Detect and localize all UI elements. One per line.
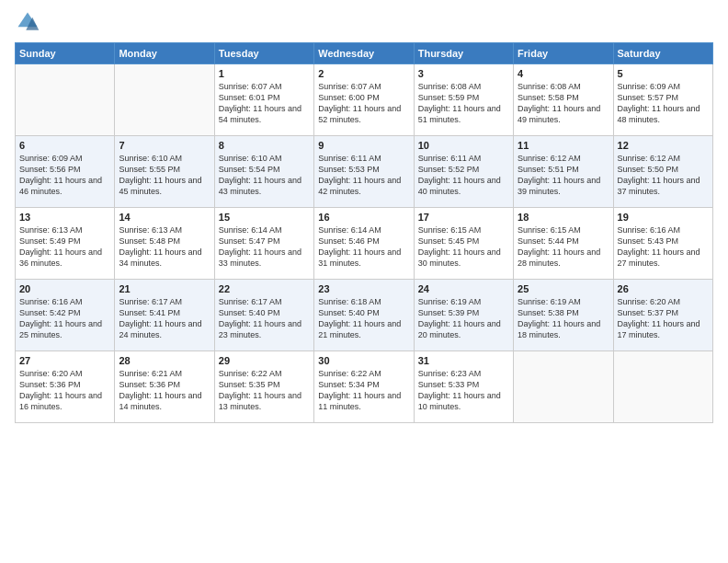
cell-22: 22Sunrise: 6:17 AMSunset: 5:40 PMDayligh…	[214, 280, 313, 351]
day-number: 7	[119, 140, 210, 151]
day-number: 13	[19, 212, 110, 223]
cell-content: Sunrise: 6:08 AMSunset: 5:59 PMDaylight:…	[418, 81, 509, 126]
cell-1: 1Sunrise: 6:07 AMSunset: 6:01 PMDaylight…	[214, 64, 313, 136]
cell-12: 12Sunrise: 6:12 AMSunset: 5:50 PMDayligh…	[613, 136, 712, 208]
cell-content: Sunrise: 6:13 AMSunset: 5:49 PMDaylight:…	[19, 224, 110, 270]
week-row-1: 1Sunrise: 6:07 AMSunset: 6:01 PMDaylight…	[16, 64, 713, 136]
day-number: 9	[318, 140, 409, 151]
cell-content: Sunrise: 6:10 AMSunset: 5:55 PMDaylight:…	[119, 153, 210, 198]
cell-5: 5Sunrise: 6:09 AMSunset: 5:57 PMDaylight…	[613, 64, 712, 136]
cell-23: 23Sunrise: 6:18 AMSunset: 5:40 PMDayligh…	[314, 280, 414, 351]
day-number: 15	[219, 212, 310, 223]
cell-content: Sunrise: 6:14 AMSunset: 5:46 PMDaylight:…	[318, 224, 409, 270]
cell-content: Sunrise: 6:17 AMSunset: 5:41 PMDaylight:…	[119, 296, 210, 341]
day-header-monday: Monday	[115, 43, 214, 64]
cell-content: Sunrise: 6:10 AMSunset: 5:54 PMDaylight:…	[219, 153, 310, 198]
cell-content: Sunrise: 6:21 AMSunset: 5:36 PMDaylight:…	[119, 368, 210, 413]
cell-10: 10Sunrise: 6:11 AMSunset: 5:52 PMDayligh…	[414, 136, 513, 208]
day-header-saturday: Saturday	[613, 43, 712, 64]
cell-empty	[514, 351, 613, 423]
cell-content: Sunrise: 6:11 AMSunset: 5:52 PMDaylight:…	[418, 153, 509, 198]
cell-content: Sunrise: 6:19 AMSunset: 5:38 PMDaylight:…	[518, 296, 609, 341]
day-header-friday: Friday	[514, 43, 613, 64]
cell-30: 30Sunrise: 6:22 AMSunset: 5:34 PMDayligh…	[314, 351, 414, 423]
week-row-5: 27Sunrise: 6:20 AMSunset: 5:36 PMDayligh…	[16, 351, 713, 423]
week-row-4: 20Sunrise: 6:16 AMSunset: 5:42 PMDayligh…	[16, 280, 713, 351]
cell-content: Sunrise: 6:19 AMSunset: 5:39 PMDaylight:…	[418, 296, 509, 341]
cell-6: 6Sunrise: 6:09 AMSunset: 5:56 PMDaylight…	[16, 136, 115, 208]
cell-20: 20Sunrise: 6:16 AMSunset: 5:42 PMDayligh…	[16, 280, 115, 351]
day-number: 10	[418, 140, 509, 151]
cell-19: 19Sunrise: 6:16 AMSunset: 5:43 PMDayligh…	[613, 208, 712, 280]
day-number: 17	[418, 212, 509, 223]
day-number: 11	[518, 140, 609, 151]
day-number: 24	[418, 283, 509, 294]
cell-4: 4Sunrise: 6:08 AMSunset: 5:58 PMDaylight…	[514, 64, 613, 136]
day-number: 25	[518, 283, 609, 294]
cell-27: 27Sunrise: 6:20 AMSunset: 5:36 PMDayligh…	[16, 351, 115, 423]
header	[15, 9, 713, 35]
cell-3: 3Sunrise: 6:08 AMSunset: 5:59 PMDaylight…	[414, 64, 513, 136]
day-number: 5	[618, 68, 709, 79]
cell-content: Sunrise: 6:16 AMSunset: 5:43 PMDaylight:…	[618, 224, 709, 270]
week-row-3: 13Sunrise: 6:13 AMSunset: 5:49 PMDayligh…	[16, 208, 713, 280]
day-number: 21	[119, 283, 210, 294]
day-number: 23	[318, 283, 409, 294]
cell-content: Sunrise: 6:12 AMSunset: 5:51 PMDaylight:…	[518, 153, 609, 198]
cell-17: 17Sunrise: 6:15 AMSunset: 5:45 PMDayligh…	[414, 208, 513, 280]
cell-content: Sunrise: 6:22 AMSunset: 5:34 PMDaylight:…	[318, 368, 409, 413]
cell-content: Sunrise: 6:13 AMSunset: 5:48 PMDaylight:…	[119, 224, 210, 270]
day-header-wednesday: Wednesday	[314, 43, 414, 64]
day-number: 12	[618, 140, 709, 151]
cell-empty	[613, 351, 712, 423]
cell-13: 13Sunrise: 6:13 AMSunset: 5:49 PMDayligh…	[16, 208, 115, 280]
cell-28: 28Sunrise: 6:21 AMSunset: 5:36 PMDayligh…	[115, 351, 214, 423]
cell-16: 16Sunrise: 6:14 AMSunset: 5:46 PMDayligh…	[314, 208, 414, 280]
day-number: 1	[219, 68, 310, 79]
cell-21: 21Sunrise: 6:17 AMSunset: 5:41 PMDayligh…	[115, 280, 214, 351]
day-header-thursday: Thursday	[414, 43, 513, 64]
day-number: 6	[19, 140, 110, 151]
cell-18: 18Sunrise: 6:15 AMSunset: 5:44 PMDayligh…	[514, 208, 613, 280]
cell-empty	[115, 64, 214, 136]
calendar-page: SundayMondayTuesdayWednesdayThursdayFrid…	[0, 0, 728, 563]
day-header-tuesday: Tuesday	[214, 43, 313, 64]
cell-content: Sunrise: 6:11 AMSunset: 5:53 PMDaylight:…	[318, 153, 409, 198]
cell-content: Sunrise: 6:15 AMSunset: 5:45 PMDaylight:…	[418, 224, 509, 270]
cell-content: Sunrise: 6:07 AMSunset: 6:01 PMDaylight:…	[219, 81, 310, 126]
cell-7: 7Sunrise: 6:10 AMSunset: 5:55 PMDaylight…	[115, 136, 214, 208]
cell-14: 14Sunrise: 6:13 AMSunset: 5:48 PMDayligh…	[115, 208, 214, 280]
cell-8: 8Sunrise: 6:10 AMSunset: 5:54 PMDaylight…	[214, 136, 313, 208]
day-number: 31	[418, 355, 509, 366]
cell-31: 31Sunrise: 6:23 AMSunset: 5:33 PMDayligh…	[414, 351, 513, 423]
cell-9: 9Sunrise: 6:11 AMSunset: 5:53 PMDaylight…	[314, 136, 414, 208]
cell-15: 15Sunrise: 6:14 AMSunset: 5:47 PMDayligh…	[214, 208, 313, 280]
cell-content: Sunrise: 6:23 AMSunset: 5:33 PMDaylight:…	[418, 368, 509, 413]
cell-content: Sunrise: 6:08 AMSunset: 5:58 PMDaylight:…	[518, 81, 609, 126]
cell-content: Sunrise: 6:17 AMSunset: 5:40 PMDaylight:…	[219, 296, 310, 341]
day-number: 8	[219, 140, 310, 151]
cell-content: Sunrise: 6:12 AMSunset: 5:50 PMDaylight:…	[618, 153, 709, 198]
cell-content: Sunrise: 6:07 AMSunset: 6:00 PMDaylight:…	[318, 81, 409, 126]
cell-content: Sunrise: 6:20 AMSunset: 5:36 PMDaylight:…	[19, 368, 110, 413]
cell-content: Sunrise: 6:09 AMSunset: 5:56 PMDaylight:…	[19, 153, 110, 198]
logo-icon	[15, 9, 40, 35]
cell-content: Sunrise: 6:15 AMSunset: 5:44 PMDaylight:…	[518, 224, 609, 270]
cell-content: Sunrise: 6:18 AMSunset: 5:40 PMDaylight:…	[318, 296, 409, 341]
cell-content: Sunrise: 6:22 AMSunset: 5:35 PMDaylight:…	[219, 368, 310, 413]
day-number: 14	[119, 212, 210, 223]
cell-empty	[16, 64, 115, 136]
day-number: 28	[119, 355, 210, 366]
day-number: 26	[618, 283, 709, 294]
day-number: 4	[518, 68, 609, 79]
day-number: 19	[618, 212, 709, 223]
cell-2: 2Sunrise: 6:07 AMSunset: 6:00 PMDaylight…	[314, 64, 414, 136]
day-number: 20	[19, 283, 110, 294]
cell-26: 26Sunrise: 6:20 AMSunset: 5:37 PMDayligh…	[613, 280, 712, 351]
week-row-2: 6Sunrise: 6:09 AMSunset: 5:56 PMDaylight…	[16, 136, 713, 208]
cell-content: Sunrise: 6:09 AMSunset: 5:57 PMDaylight:…	[618, 81, 709, 126]
day-number: 18	[518, 212, 609, 223]
header-row: SundayMondayTuesdayWednesdayThursdayFrid…	[16, 43, 713, 64]
day-number: 22	[219, 283, 310, 294]
day-number: 3	[418, 68, 509, 79]
